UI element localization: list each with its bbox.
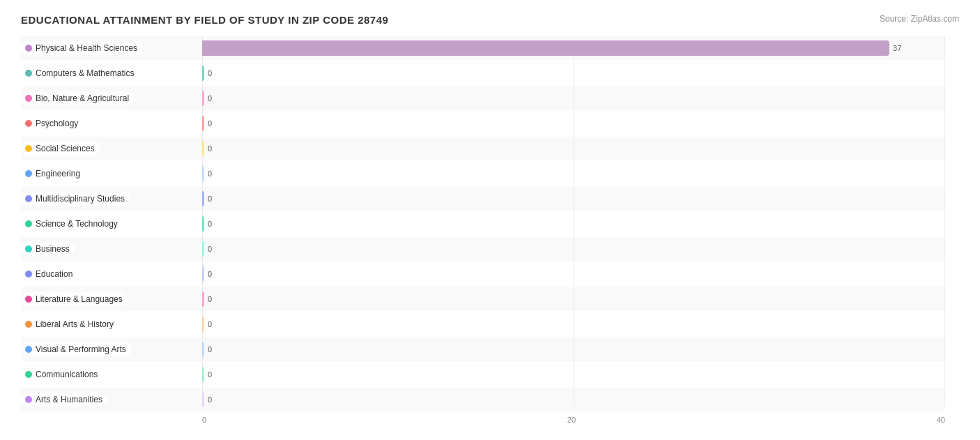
- chart-area: Physical & Health Sciences37Computers & …: [21, 36, 959, 424]
- bar-fill: [202, 266, 204, 282]
- x-axis-label: 0: [202, 416, 206, 424]
- bar-label: Science & Technology: [21, 217, 123, 231]
- bar-track: 0: [202, 91, 945, 106]
- bar-label-text: Communications: [36, 370, 98, 379]
- bar-label: Physical & Health Sciences: [21, 41, 143, 55]
- bar-label-area: Liberal Arts & History: [21, 317, 202, 331]
- bar-row: Bio, Nature & Agricultural0: [21, 86, 945, 110]
- bar-fill: [202, 317, 204, 332]
- bar-value-label: 0: [208, 345, 212, 354]
- bar-track: 37: [202, 40, 945, 56]
- bar-fill: [202, 116, 204, 131]
- bar-track: 0: [202, 66, 945, 81]
- bar-fill: [202, 291, 204, 307]
- x-axis-label: 40: [937, 416, 945, 424]
- bar-fill: [202, 216, 204, 232]
- bar-label-text: Bio, Nature & Agricultural: [36, 93, 129, 103]
- bar-label: Visual & Performing Arts: [21, 342, 132, 356]
- bar-track: 0: [202, 317, 945, 332]
- bar-dot-icon: [25, 245, 32, 252]
- bar-value-label: 0: [208, 144, 212, 153]
- bar-label-area: Social Sciences: [21, 142, 202, 155]
- bar-dot-icon: [25, 120, 32, 127]
- bar-row: Liberal Arts & History0: [21, 312, 945, 336]
- bar-row: Visual & Performing Arts0: [21, 337, 945, 361]
- bar-label: Engineering: [21, 167, 86, 181]
- bar-dot-icon: [25, 296, 32, 303]
- bar-track: 0: [202, 116, 945, 131]
- bar-fill: [202, 91, 204, 106]
- bar-label-area: Science & Technology: [21, 217, 202, 231]
- chart-container: EDUCATIONAL ATTAINMENT BY FIELD OF STUDY…: [21, 14, 959, 424]
- bar-label: Computers & Mathematics: [21, 66, 139, 80]
- bar-label-text: Liberal Arts & History: [36, 319, 114, 329]
- bar-row: Science & Technology0: [21, 212, 945, 236]
- bar-track: 0: [202, 291, 945, 307]
- bar-label-text: Literature & Languages: [36, 294, 123, 304]
- bar-track: 0: [202, 216, 945, 232]
- bar-row: Computers & Mathematics0: [21, 61, 945, 85]
- bar-label: Bio, Nature & Agricultural: [21, 91, 135, 105]
- bar-value-label: 0: [208, 220, 212, 228]
- bar-fill: [202, 141, 204, 156]
- bar-dot-icon: [25, 170, 32, 177]
- bar-label-area: Engineering: [21, 167, 202, 181]
- bar-row: Social Sciences0: [21, 137, 945, 160]
- bar-label-area: Psychology: [21, 116, 202, 130]
- bar-label-text: Arts & Humanities: [36, 395, 102, 404]
- bar-label: Literature & Languages: [21, 292, 128, 306]
- bar-track: 0: [202, 166, 945, 181]
- bar-label: Business: [21, 242, 75, 256]
- bar-label-area: Bio, Nature & Agricultural: [21, 91, 202, 105]
- bar-dot-icon: [25, 45, 32, 52]
- bar-label-area: Arts & Humanities: [21, 393, 202, 407]
- bar-value-label: 0: [208, 245, 212, 253]
- bar-value-label: 0: [208, 270, 212, 278]
- bar-label-text: Social Sciences: [36, 144, 95, 153]
- bar-track: 0: [202, 266, 945, 282]
- bar-label-text: Physical & Health Sciences: [36, 43, 137, 53]
- bar-label-text: Science & Technology: [36, 219, 118, 229]
- bar-row: Physical & Health Sciences37: [21, 36, 945, 60]
- bar-label: Liberal Arts & History: [21, 317, 119, 331]
- bar-label-area: Communications: [21, 367, 202, 381]
- bar-fill: [202, 191, 204, 206]
- bar-value-label: 0: [208, 94, 212, 103]
- bar-label-area: Business: [21, 242, 202, 256]
- bar-row: Business0: [21, 237, 945, 261]
- bar-row: Engineering0: [21, 162, 945, 185]
- bar-dot-icon: [25, 396, 32, 403]
- bar-value-label: 0: [208, 119, 212, 128]
- bar-row: Psychology0: [21, 112, 945, 135]
- x-axis-label: 20: [567, 416, 576, 424]
- bar-label-area: Visual & Performing Arts: [21, 342, 202, 356]
- bar-dot-icon: [25, 371, 32, 378]
- bar-row: Communications0: [21, 363, 945, 386]
- bar-label: Education: [21, 267, 78, 281]
- bar-value-label: 0: [208, 370, 212, 379]
- bar-dot-icon: [25, 271, 32, 278]
- bar-value-label: 0: [208, 69, 212, 77]
- bar-row: Multidisciplinary Studies0: [21, 187, 945, 211]
- chart-title: EDUCATIONAL ATTAINMENT BY FIELD OF STUDY…: [21, 14, 388, 26]
- bar-label-text: Visual & Performing Arts: [36, 344, 126, 354]
- bar-dot-icon: [25, 346, 32, 353]
- bar-fill: [202, 66, 204, 81]
- bar-fill: [202, 342, 204, 357]
- bar-fill: [202, 40, 889, 56]
- bars-container: Physical & Health Sciences37Computers & …: [21, 36, 959, 411]
- bar-track: 0: [202, 241, 945, 257]
- bar-dot-icon: [25, 145, 32, 152]
- bar-label: Psychology: [21, 116, 84, 130]
- bar-dot-icon: [25, 321, 32, 328]
- bar-fill: [202, 367, 204, 382]
- bar-track: 0: [202, 342, 945, 357]
- bar-track: 0: [202, 141, 945, 156]
- bar-label-area: Education: [21, 267, 202, 281]
- x-axis: 02040: [202, 413, 945, 424]
- bar-row: Literature & Languages0: [21, 287, 945, 311]
- bar-label-text: Psychology: [36, 119, 78, 128]
- bar-track: 0: [202, 191, 945, 206]
- bar-label-area: Physical & Health Sciences: [21, 41, 202, 55]
- bar-value-label: 0: [208, 320, 212, 328]
